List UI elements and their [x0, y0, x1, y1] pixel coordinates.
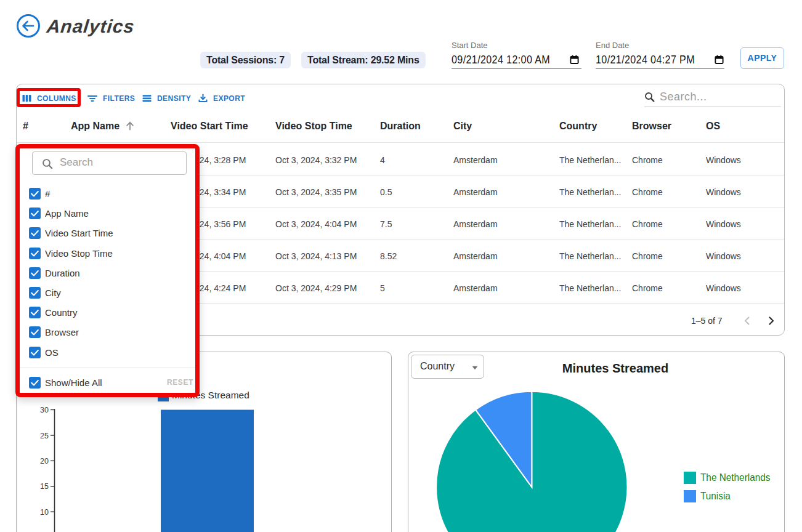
svg-text:15: 15: [40, 482, 49, 491]
svg-text:25: 25: [40, 432, 49, 440]
svg-text:10: 10: [40, 508, 49, 517]
svg-text:30: 30: [40, 406, 49, 414]
svg-text:20: 20: [40, 457, 49, 465]
